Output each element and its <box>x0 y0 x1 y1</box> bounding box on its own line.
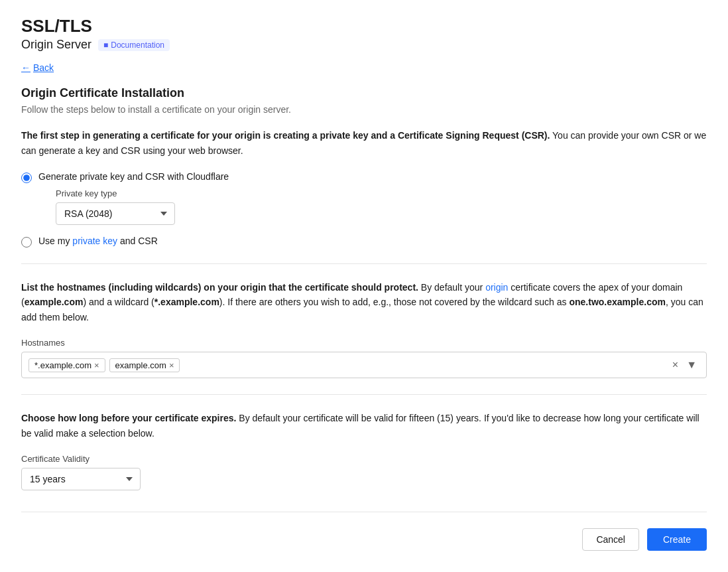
step1-description: The first step in generating a certifica… <box>21 128 707 158</box>
clear-all-btn[interactable]: × <box>670 358 681 372</box>
private-key-link[interactable]: private key <box>72 236 117 246</box>
hostnames-input-box[interactable]: *.example.com × example.com × × ▼ <box>21 352 707 378</box>
origin-link[interactable]: origin <box>485 282 508 293</box>
main-title: Origin Certificate Installation <box>21 86 707 100</box>
validity-select-wrapper: 15 years 10 years 5 years 2 years 1 year <box>21 468 141 490</box>
step2-description: List the hostnames (including wildcards)… <box>21 280 707 324</box>
page-subtitle: Origin Server <box>21 38 91 52</box>
step3-description: Choose how long before your certificate … <box>21 411 707 441</box>
dropdown-toggle-btn[interactable]: ▼ <box>684 358 699 372</box>
csr-options: Generate private key and CSR with Cloudf… <box>21 171 707 248</box>
create-button[interactable]: Create <box>647 528 707 551</box>
remove-apex-btn[interactable]: × <box>169 361 174 370</box>
option-cloudflare-radio[interactable] <box>21 173 32 183</box>
remove-wildcard-btn[interactable]: × <box>94 361 99 370</box>
option-cloudflare: Generate private key and CSR with Cloudf… <box>21 171 707 225</box>
arrow-left-icon: ← <box>21 62 30 73</box>
option-own-key-radio[interactable] <box>21 237 32 248</box>
main-subtitle: Follow the steps below to install a cert… <box>21 104 707 115</box>
hostname-tag-wildcard: *.example.com × <box>29 358 105 372</box>
private-key-type-select-wrapper: RSA (2048) ECDSA (P-256) <box>56 202 175 225</box>
option-cloudflare-label: Generate private key and CSR with Cloudf… <box>38 171 229 182</box>
doc-badge[interactable]: ■ Documentation <box>98 39 170 51</box>
option-own-key-label: Use my private key and CSR <box>38 236 158 246</box>
validity-section: Certificate Validity 15 years 10 years 5… <box>21 454 707 490</box>
private-key-sub: Private key type RSA (2048) ECDSA (P-256… <box>56 188 229 225</box>
private-key-type-label: Private key type <box>56 188 229 198</box>
cancel-button[interactable]: Cancel <box>582 528 639 551</box>
hostname-tag-apex: example.com × <box>109 358 180 372</box>
divider-1 <box>21 263 707 264</box>
hostnames-label: Hostnames <box>21 338 707 348</box>
hostnames-section: Hostnames *.example.com × example.com × … <box>21 338 707 378</box>
page-title: SSL/TLS <box>21 16 707 36</box>
back-link[interactable]: ← Back <box>21 62 54 73</box>
divider-2 <box>21 394 707 395</box>
option-own-key: Use my private key and CSR <box>21 236 707 248</box>
validity-label: Certificate Validity <box>21 454 707 464</box>
book-icon: ■ <box>103 40 108 50</box>
validity-select[interactable]: 15 years 10 years 5 years 2 years 1 year <box>21 468 141 490</box>
bottom-actions: Cancel Create <box>21 512 707 551</box>
private-key-type-select[interactable]: RSA (2048) ECDSA (P-256) <box>56 202 175 225</box>
input-controls: × ▼ <box>670 358 699 372</box>
